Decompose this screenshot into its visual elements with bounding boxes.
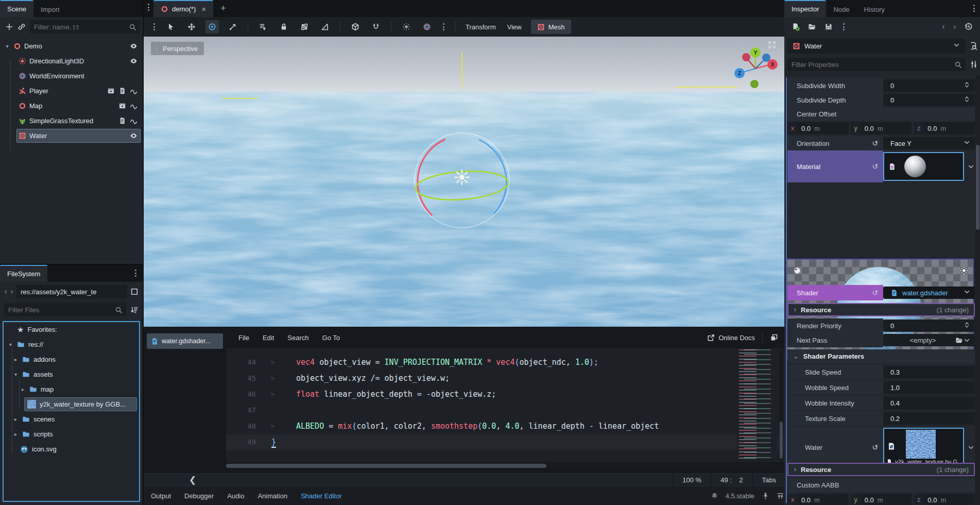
history-back-button[interactable]: ‹ [4,287,7,296]
fs-assets[interactable]: ▾ assets [4,367,139,382]
sun-settings-button[interactable] [400,20,413,33]
curve-icon[interactable] [130,87,137,95]
load-resource-button[interactable] [808,23,816,31]
eye-icon[interactable] [130,132,137,140]
close-icon[interactable]: × [199,5,206,13]
menu-view[interactable]: View [505,23,524,31]
inspector-scrollbar[interactable] [975,75,980,505]
menu-search[interactable]: Search [287,334,308,342]
menu-file[interactable]: File [238,334,249,342]
expander-icon[interactable]: ▸ [13,431,19,437]
new-resource-button[interactable] [792,23,800,31]
wobble-speed-field[interactable]: 1.0 [883,381,975,394]
ruler-tool-button[interactable] [318,20,332,33]
chevron-down-icon[interactable] [963,336,971,344]
scene-node-worldenvironment[interactable]: WorldEnvironment [0,69,143,83]
expander-icon[interactable]: ▾ [8,342,13,347]
scene-node-demo[interactable]: ▾ Demo [0,39,143,54]
indent-mode[interactable]: Tabs [752,473,785,487]
resource-section-header[interactable]: ›Resource (1 change) [787,303,975,316]
tab-options-button[interactable] [146,2,151,13]
sun-env-menu-button[interactable] [441,21,446,32]
history-clock-icon[interactable] [965,23,973,31]
expander-icon[interactable]: ▾ [13,372,19,377]
expand-viewport-icon[interactable] [768,41,776,50]
history-back-button[interactable]: ‹ [942,22,945,31]
save-resource-button[interactable] [824,23,833,31]
y-field[interactable]: y0.0m [851,122,912,134]
instance-scene-button[interactable] [18,23,26,31]
history-forward-button[interactable]: › [953,22,956,31]
tab-scene[interactable]: Scene [0,0,33,17]
tab-import[interactable]: Import [33,2,67,17]
folder-icon[interactable] [955,336,963,344]
chevron-down-icon[interactable] [967,444,975,451]
z-field[interactable]: z0.0m [914,122,975,134]
x-field[interactable]: x0.0m [787,494,849,505]
x-field[interactable]: x0.0m [787,122,849,134]
filesystem-menu-button[interactable] [133,267,139,279]
resource-extra-menu-button[interactable] [841,21,847,32]
eye-icon[interactable] [130,42,137,50]
environment-settings-button[interactable] [420,20,434,33]
bottom-tab-animation[interactable]: Animation [257,492,287,500]
zoom-level[interactable]: 100 % [673,473,711,487]
menu-transform[interactable]: Transform [463,23,498,31]
z-field[interactable]: z0.0m [914,494,975,505]
fs-map[interactable]: ▸ map [4,382,139,397]
vertical-scrollbar[interactable] [779,349,783,460]
fs-water-texture-file[interactable]: y2k_water_texture by GGB... [4,397,139,412]
property-filter-input[interactable] [787,58,966,71]
scene-node-player[interactable]: Player [0,83,143,98]
bottom-tab-output[interactable]: Output [151,492,171,500]
curve-icon[interactable] [130,117,137,125]
online-docs-button[interactable]: Online Docs [707,334,755,342]
render-priority-field[interactable]: 0 [883,319,975,332]
movie-icon[interactable] [118,102,126,110]
menu-edit[interactable]: Edit [263,334,274,342]
open-docs-search-icon[interactable] [970,42,978,50]
rotation-gizmo[interactable] [405,124,519,237]
shader-file-tab[interactable]: water.gdshader... [147,333,223,349]
add-node-button[interactable] [5,23,13,31]
fs-addons[interactable]: ▸ addons [4,352,139,367]
menu-goto[interactable]: Go To [322,334,340,342]
tab-demo-scene[interactable]: demo(*) × [153,0,213,17]
scene-node-water[interactable]: Water [0,128,143,143]
preview-sphere-button[interactable] [792,265,803,276]
make-floating-button[interactable] [770,333,778,342]
menu-mesh[interactable]: Mesh [531,20,571,34]
scale-tool-button[interactable] [226,20,239,33]
texture-scale-field[interactable]: 0.2 [883,412,975,425]
tab-inspector[interactable]: Inspector [784,0,826,17]
shader-resource-picker[interactable]: water.gdshader [883,287,975,299]
path-field[interactable] [16,285,127,298]
tab-node[interactable]: Node [826,2,856,17]
shader-parameters-header[interactable]: ⌄Shader Parameters [787,349,975,363]
collapse-bottom-panel-icon[interactable] [777,492,784,500]
script-icon[interactable] [118,117,126,125]
list-select-button[interactable] [256,20,270,33]
select-tool-button[interactable] [164,20,178,33]
revert-icon[interactable]: ↺ [872,289,878,297]
y-field[interactable]: y0.0m [851,494,912,505]
file-filter-input[interactable] [4,303,126,316]
new-tab-button[interactable]: + [220,3,226,14]
local-space-button[interactable] [349,20,362,33]
notifications-bell-icon[interactable] [711,492,718,500]
filter-options-icon[interactable] [970,60,978,69]
revert-icon[interactable]: ↺ [872,162,878,171]
scene-node-map[interactable]: Map [0,98,143,113]
code-minimap[interactable] [737,349,777,460]
split-mode-button[interactable] [130,288,139,296]
chevron-down-icon[interactable] [967,163,975,171]
history-forward-button[interactable]: › [10,287,13,296]
expander-icon[interactable]: ▸ [13,357,19,362]
movie-icon[interactable] [107,87,115,95]
script-icon[interactable] [118,87,126,95]
wobble-intensity-field[interactable]: 0.4 [883,397,975,409]
material-resource-picker[interactable] [883,152,964,181]
move-tool-button[interactable] [185,20,198,33]
tab-filesystem[interactable]: FileSystem [0,265,47,282]
slide-speed-field[interactable]: 0.3 [883,366,975,378]
